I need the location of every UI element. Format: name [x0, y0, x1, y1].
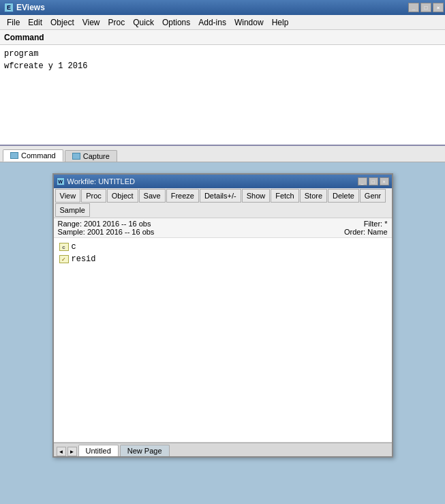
app-icon: E [4, 3, 14, 12]
page-tab-untitled[interactable]: Untitled [78, 445, 119, 456]
item-c-name: c [72, 242, 76, 252]
menu-view[interactable]: View [78, 16, 104, 29]
command-label: Command [4, 33, 44, 42]
page-nav-back[interactable]: ◄ [57, 447, 66, 456]
workfile-title: Workfile: UNTITLED [67, 177, 135, 186]
workfile-filter: Filter: * [364, 220, 388, 228]
workfile-genr-button[interactable]: Genr [360, 189, 386, 203]
workfile-icon: W [57, 177, 65, 186]
list-item[interactable]: resid [57, 253, 389, 265]
menu-quick[interactable]: Quick [129, 16, 158, 29]
command-text: program wfcreate y 1 2016 [4, 48, 441, 72]
page-tab-new[interactable]: New Page [120, 445, 170, 456]
workfile-proc-button[interactable]: Proc [81, 189, 106, 203]
workfile-object-button[interactable]: Object [107, 189, 138, 203]
page-nav-forward[interactable]: ► [67, 447, 77, 456]
close-button[interactable]: × [433, 3, 444, 12]
command-tab-icon [10, 152, 18, 159]
main-content: W Workfile: UNTITLED _ □ × View Proc Obj… [0, 162, 445, 504]
workfile-maximize-button[interactable]: □ [369, 177, 378, 186]
workfile-window: W Workfile: UNTITLED _ □ × View Proc Obj… [52, 173, 393, 458]
menu-help[interactable]: Help [268, 16, 293, 29]
maximize-button[interactable]: □ [420, 3, 431, 12]
workfile-minimize-button[interactable]: _ [358, 177, 367, 186]
workfile-save-button[interactable]: Save [139, 189, 166, 203]
item-resid-name: resid [72, 254, 96, 264]
command-line1: program [4, 48, 441, 60]
app-title: EViews [16, 3, 45, 12]
workfile-sample: Sample: 2001 2016 -- 16 obs [58, 228, 155, 236]
workfile-fetch-button[interactable]: Fetch [271, 189, 299, 203]
scalar-icon: c [59, 243, 69, 251]
menu-options[interactable]: Options [158, 16, 194, 29]
menu-edit[interactable]: Edit [24, 16, 46, 29]
list-item[interactable]: c c [57, 241, 389, 253]
workfile-info-row1: Range: 2001 2016 -- 16 obs Filter: * [58, 220, 388, 228]
workfile-sample-button[interactable]: Sample [55, 203, 90, 217]
series-icon [59, 255, 69, 263]
menu-window[interactable]: Window [230, 16, 268, 29]
workfile-title-controls: _ □ × [358, 177, 389, 186]
workfile-toolbar: View Proc Object Save Freeze Details+/- … [54, 188, 392, 218]
menu-addins[interactable]: Add-ins [194, 16, 230, 29]
command-tab-label: Command [21, 151, 56, 160]
workfile-content: c c resid [54, 238, 392, 443]
menu-file[interactable]: File [3, 16, 24, 29]
menu-object[interactable]: Object [46, 16, 78, 29]
command-label-bar: Command [0, 30, 445, 45]
workfile-info-row2: Sample: 2001 2016 -- 16 obs Order: Name [58, 228, 388, 236]
command-area[interactable]: program wfcreate y 1 2016 [0, 45, 445, 146]
menu-bar: File Edit Object View Proc Quick Options… [0, 15, 445, 30]
workfile-view-button[interactable]: View [55, 189, 81, 203]
workfile-title-bar: W Workfile: UNTITLED _ □ × [54, 175, 392, 188]
capture-tab-icon [72, 153, 80, 160]
tab-capture[interactable]: Capture [65, 150, 117, 162]
minimize-button[interactable]: _ [408, 3, 419, 12]
workfile-range: Range: 2001 2016 -- 16 obs [58, 220, 151, 228]
workfile-store-button[interactable]: Store [300, 189, 327, 203]
workfile-delete-button[interactable]: Delete [328, 189, 359, 203]
workfile-close-button[interactable]: × [380, 177, 389, 186]
menu-proc[interactable]: Proc [104, 16, 129, 29]
app-title-bar: E EViews _ □ × [0, 0, 445, 15]
workfile-info: Range: 2001 2016 -- 16 obs Filter: * Sam… [54, 218, 392, 238]
title-bar-controls: _ □ × [408, 3, 445, 12]
command-tab-bar: Command Capture [0, 146, 445, 162]
tab-command[interactable]: Command [3, 149, 63, 162]
workfile-order: Order: Name [344, 228, 388, 236]
workfile-page-tabs: ◄ ► Untitled New Page [54, 443, 392, 456]
command-line2: wfcreate y 1 2016 [4, 60, 441, 72]
workfile-details-button[interactable]: Details+/- [200, 189, 241, 203]
capture-tab-label: Capture [83, 152, 110, 160]
workfile-show-button[interactable]: Show [242, 189, 271, 203]
workfile-freeze-button[interactable]: Freeze [166, 189, 199, 203]
